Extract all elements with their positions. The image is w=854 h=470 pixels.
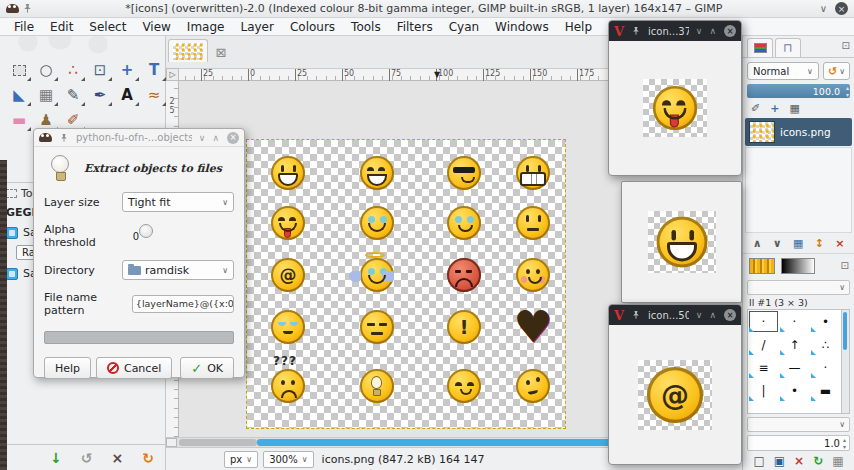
refresh-brushes-icon[interactable]: ↻: [813, 454, 823, 468]
layer-size-select[interactable]: Tight fit ∨: [122, 192, 234, 212]
menu-select[interactable]: Select: [81, 19, 134, 35]
tool-text[interactable]: A: [114, 83, 140, 107]
zoom-select[interactable]: 300% ∨: [263, 451, 313, 468]
window-titlebar[interactable]: *[icons] (overwritten)-2.0 (Indexed colo…: [0, 0, 854, 18]
tool-select-by-color[interactable]: ∴: [60, 58, 86, 82]
menu-image[interactable]: Image: [179, 19, 233, 35]
mode-switch-button[interactable]: ↺ ∨: [823, 62, 850, 80]
shade-icon[interactable]: ∨: [820, 3, 827, 14]
lower-layer-icon[interactable]: ∨: [773, 237, 782, 250]
tool-free-select[interactable]: ○: [33, 58, 59, 82]
restore-preset-icon[interactable]: ↺: [81, 450, 93, 466]
menu-layer[interactable]: Layer: [232, 19, 281, 35]
help-button[interactable]: Help: [44, 357, 91, 379]
layers-list-empty[interactable]: [745, 147, 852, 233]
swatch-menu-icon[interactable]: ⊡: [841, 260, 849, 271]
canvas-image[interactable]: @!♥???: [247, 140, 565, 428]
image-tab-placeholder[interactable]: ⊠: [210, 42, 232, 62]
menu-colours[interactable]: Colours: [282, 19, 343, 35]
dock-menu-icon[interactable]: ⊡: [842, 40, 850, 51]
layer-mode-select[interactable]: Normal ∨: [747, 62, 819, 80]
tab-tool[interactable]: ⊓: [775, 38, 801, 57]
opacity-spinner[interactable]: ▴▾: [846, 84, 849, 98]
brush-item[interactable]: |: [748, 379, 779, 402]
delete-preset-icon[interactable]: ×: [111, 450, 123, 466]
tool-gradient[interactable]: ▦: [33, 83, 59, 107]
tool-ink[interactable]: ✒: [87, 83, 113, 107]
menu-filters[interactable]: Filters: [389, 19, 441, 35]
brush-item[interactable]: ∴: [810, 333, 841, 356]
menu-file[interactable]: File: [6, 19, 42, 35]
directory-select[interactable]: ramdisk ∨: [122, 260, 234, 280]
brush-item[interactable]: •: [779, 379, 810, 402]
brush-item[interactable]: ·: [810, 356, 841, 379]
chevron-down-icon[interactable]: ∨: [696, 26, 703, 36]
tool-crop[interactable]: ⊡: [87, 58, 113, 82]
brush-item[interactable]: /: [748, 333, 779, 356]
pattern-input[interactable]: {layerName}@({x:04d},(: [132, 295, 234, 313]
spacing-spinner[interactable]: ▴▾: [843, 436, 846, 450]
dialog-close-icon[interactable]: ×: [227, 132, 239, 144]
menu-view[interactable]: View: [134, 19, 178, 35]
close-icon[interactable]: ×: [835, 2, 848, 15]
merge-layer-icon[interactable]: ↕: [815, 237, 824, 250]
chevron-down-icon[interactable]: ∨: [696, 310, 703, 320]
menu-help[interactable]: Help: [557, 19, 600, 35]
brush-filter-select[interactable]: ∨: [747, 280, 850, 295]
lock-alpha-icon[interactable]: ▦: [789, 102, 799, 115]
tool-eraser[interactable]: ▬: [6, 108, 32, 132]
brush-item[interactable]: ≡: [748, 356, 779, 379]
scrollbar-track[interactable]: [179, 439, 257, 446]
save-preset-icon[interactable]: ↓: [50, 450, 62, 466]
new-layer-icon[interactable]: ▦: [793, 237, 803, 250]
delete-brush-icon[interactable]: ×: [794, 454, 804, 468]
quickmask-toggle[interactable]: [166, 438, 177, 447]
close-icon[interactable]: ×: [724, 309, 736, 321]
tab-layers[interactable]: [747, 38, 773, 57]
menu-windows[interactable]: Windows: [487, 19, 557, 35]
brush-item[interactable]: ·: [779, 310, 810, 333]
layer-row-selected[interactable]: icons.png: [745, 118, 852, 146]
chevron-up-icon[interactable]: ∧: [212, 133, 219, 143]
chevron-up-icon[interactable]: ∧: [709, 26, 716, 36]
chevron-down-icon[interactable]: ∨: [199, 133, 206, 143]
tool-rectangle-select[interactable]: [6, 58, 32, 82]
checkbox-icon[interactable]: [6, 268, 18, 280]
new-brush-icon[interactable]: □: [753, 454, 764, 468]
brush-item[interactable]: •: [810, 310, 841, 333]
open-brush-icon[interactable]: ▦: [832, 454, 843, 468]
opacity-slider[interactable]: 100.0 ▴▾: [747, 84, 850, 98]
gradient-swatch[interactable]: [781, 258, 815, 274]
duplicate-brush-icon[interactable]: ▣: [774, 454, 785, 468]
pattern-swatch[interactable]: [749, 258, 775, 274]
lock-position-icon[interactable]: +: [770, 102, 779, 115]
brush-item[interactable]: ·: [748, 310, 779, 333]
chevron-up-icon[interactable]: ∧: [709, 310, 716, 320]
tool-transform[interactable]: T: [141, 58, 167, 82]
preview-titlebar[interactable]: V icon...505% ∨ ∧ ×: [609, 305, 741, 325]
cancel-button[interactable]: Cancel: [96, 357, 172, 379]
tool-smudge[interactable]: ≈: [141, 83, 167, 107]
preview-titlebar[interactable]: V icon...379% ∨ ∧ ×: [609, 21, 741, 41]
image-tab-icons[interactable]: [168, 39, 208, 62]
brush-spacing-spinbox[interactable]: 1.0 ▴▾: [747, 435, 850, 451]
brush-item[interactable]: ↑: [779, 333, 810, 356]
reset-options-icon[interactable]: ↻: [142, 450, 154, 466]
unit-select[interactable]: px ∨: [224, 451, 258, 468]
menu-tools[interactable]: Tools: [343, 19, 389, 35]
brush-editor-select[interactable]: ∨: [747, 417, 850, 432]
brush-scrollbar[interactable]: [842, 309, 850, 414]
brush-item[interactable]: —: [779, 356, 810, 379]
alpha-slider-knob[interactable]: [139, 224, 153, 238]
ruler-corner-button[interactable]: ▷: [166, 68, 179, 81]
close-icon[interactable]: ×: [724, 25, 736, 37]
tool-bucket-fill[interactable]: ◣: [6, 83, 32, 107]
brush-item[interactable]: ▬: [810, 379, 841, 402]
checkbox-icon[interactable]: [6, 227, 18, 239]
delete-layer-icon[interactable]: ×: [835, 237, 844, 250]
lock-pixels-icon[interactable]: ✐: [751, 102, 760, 115]
ok-button[interactable]: ✓OK: [180, 357, 234, 379]
menu-edit[interactable]: Edit: [42, 19, 81, 35]
raise-layer-icon[interactable]: ∧: [753, 237, 762, 250]
tool-color-picker[interactable]: ✎: [60, 83, 86, 107]
